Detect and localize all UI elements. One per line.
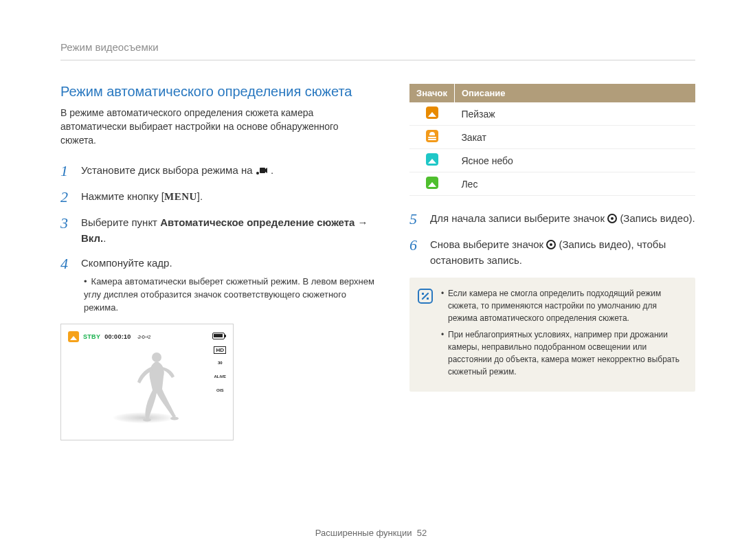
svg-point-3 bbox=[152, 352, 161, 362]
footer-label: Расширенные функции bbox=[315, 528, 412, 538]
note-item: При неблагоприятных условиях, например п… bbox=[441, 328, 686, 378]
record-icon bbox=[546, 240, 556, 249]
bold-value: Вкл. bbox=[81, 232, 103, 244]
sunset-icon bbox=[426, 130, 438, 142]
note-box: Если камера не смогла определить подходя… bbox=[409, 278, 695, 392]
hd-badge: HD bbox=[214, 346, 226, 354]
fps-badge-icon: 30 bbox=[214, 358, 225, 368]
text: Снова выберите значок bbox=[430, 238, 546, 250]
step-number: 4 bbox=[60, 256, 71, 314]
step-number: 5 bbox=[409, 211, 420, 227]
cell: Ясное небо bbox=[454, 149, 695, 172]
svg-point-0 bbox=[256, 172, 259, 175]
text: . bbox=[271, 164, 273, 176]
text: . bbox=[103, 232, 106, 244]
cell: Закат bbox=[454, 126, 695, 149]
scene-badge-icon bbox=[68, 331, 79, 342]
bold-option: Автоматическое определение сюжета bbox=[160, 216, 355, 228]
preview-right-icons: HD 30 ALiVE OIS bbox=[214, 346, 226, 395]
note-icon bbox=[418, 289, 433, 304]
page-footer: Расширенные функции 52 bbox=[0, 528, 742, 538]
cell: Пейзаж bbox=[454, 102, 695, 126]
intro-paragraph: В режиме автоматического определения сюж… bbox=[60, 107, 376, 148]
table-row: Закат bbox=[409, 126, 695, 149]
step-4-bullets: Камера автоматически выберет сюжетный ре… bbox=[81, 276, 376, 315]
table-row: Пейзаж bbox=[409, 102, 695, 126]
landscape-icon bbox=[426, 107, 438, 119]
text: Нажмите кнопку [ bbox=[81, 190, 164, 202]
scene-icon-table: Значок Описание Пейзаж Закат bbox=[409, 84, 695, 196]
th-icon: Значок bbox=[409, 84, 454, 102]
content-columns: Режим автоматического определения сюжета… bbox=[60, 84, 695, 440]
step-number: 6 bbox=[409, 237, 420, 268]
text: ]. bbox=[197, 190, 203, 202]
stby-label: STBY bbox=[83, 333, 100, 340]
text: (Запись видео). bbox=[620, 212, 695, 224]
camera-preview: STBY 00:00:10 -2···0···+2 HD 30 ALiVE OI… bbox=[60, 324, 234, 440]
bullet: Камера автоматически выберет сюжетный ре… bbox=[84, 276, 376, 315]
step-6: 6 Снова выберите значок (Запись видео), … bbox=[409, 237, 695, 268]
note-list: Если камера не смогла определить подходя… bbox=[441, 287, 686, 382]
svg-marker-2 bbox=[265, 168, 267, 173]
left-column: Режим автоматического определения сюжета… bbox=[60, 84, 376, 440]
forest-icon bbox=[426, 177, 438, 189]
table-row: Лес bbox=[409, 172, 695, 196]
alive-badge-icon: ALiVE bbox=[214, 372, 225, 381]
text: Установите диск выбора режима на bbox=[81, 164, 256, 176]
step-5: 5 Для начала записи выберите значок (Зап… bbox=[409, 211, 695, 227]
step-4: 4 Скомпонуйте кадр. Камера автоматически… bbox=[60, 256, 376, 314]
ois-badge-icon: OIS bbox=[214, 385, 225, 395]
svg-rect-1 bbox=[260, 168, 265, 173]
step-text: Для начала записи выберите значок (Запис… bbox=[430, 211, 695, 227]
svg-point-5 bbox=[170, 416, 179, 420]
svg-rect-6 bbox=[422, 293, 424, 295]
steps-right: 5 Для начала записи выберите значок (Зап… bbox=[409, 211, 695, 268]
record-icon bbox=[607, 214, 617, 223]
mode-dial-video-icon bbox=[256, 164, 268, 180]
preview-status-row: STBY 00:00:10 -2···0···+2 bbox=[68, 331, 150, 342]
step-text: Снова выберите значок (Запись видео), чт… bbox=[430, 237, 695, 268]
preview-figure bbox=[128, 349, 183, 425]
svg-point-4 bbox=[143, 418, 151, 421]
menu-label: MENU bbox=[164, 191, 197, 202]
right-column: Значок Описание Пейзаж Закат bbox=[409, 84, 695, 440]
footer-page: 52 bbox=[417, 528, 427, 538]
arrow: → bbox=[355, 216, 368, 228]
svg-rect-7 bbox=[427, 298, 429, 300]
step-number: 2 bbox=[60, 189, 71, 205]
note-item: Если камера не смогла определить подходя… bbox=[441, 287, 686, 324]
cell: Лес bbox=[454, 172, 695, 196]
step-text: Скомпонуйте кадр. Камера автоматически в… bbox=[81, 256, 376, 314]
step-text: Нажмите кнопку [MENU]. bbox=[81, 189, 203, 205]
preview-screen: STBY 00:00:10 -2···0···+2 HD 30 ALiVE OI… bbox=[65, 328, 229, 436]
timer-label: 00:00:10 bbox=[104, 333, 131, 340]
step-text: Установите диск выбора режима на . bbox=[81, 163, 273, 180]
step-3: 3 Выберите пункт Автоматическое определе… bbox=[60, 215, 376, 246]
step-1: 1 Установите диск выбора режима на . bbox=[60, 163, 376, 180]
ev-scale: -2···0···+2 bbox=[137, 335, 150, 339]
breadcrumb: Режим видеосъемки bbox=[60, 41, 695, 60]
clear-sky-icon bbox=[426, 153, 438, 166]
page: Режим видеосъемки Режим автоматического … bbox=[0, 0, 742, 560]
th-desc: Описание bbox=[454, 84, 695, 102]
battery-icon bbox=[212, 333, 225, 339]
text: Скомпонуйте кадр. bbox=[81, 257, 172, 269]
step-number: 1 bbox=[60, 163, 71, 180]
section-heading: Режим автоматического определения сюжета bbox=[60, 84, 376, 100]
step-text: Выберите пункт Автоматическое определени… bbox=[81, 215, 376, 246]
steps-left: 1 Установите диск выбора режима на . bbox=[60, 163, 376, 315]
step-2: 2 Нажмите кнопку [MENU]. bbox=[60, 189, 376, 205]
step-number: 3 bbox=[60, 215, 71, 246]
text: Выберите пункт bbox=[81, 216, 160, 228]
table-row: Ясное небо bbox=[409, 149, 695, 172]
text: Для начала записи выберите значок bbox=[430, 212, 607, 224]
